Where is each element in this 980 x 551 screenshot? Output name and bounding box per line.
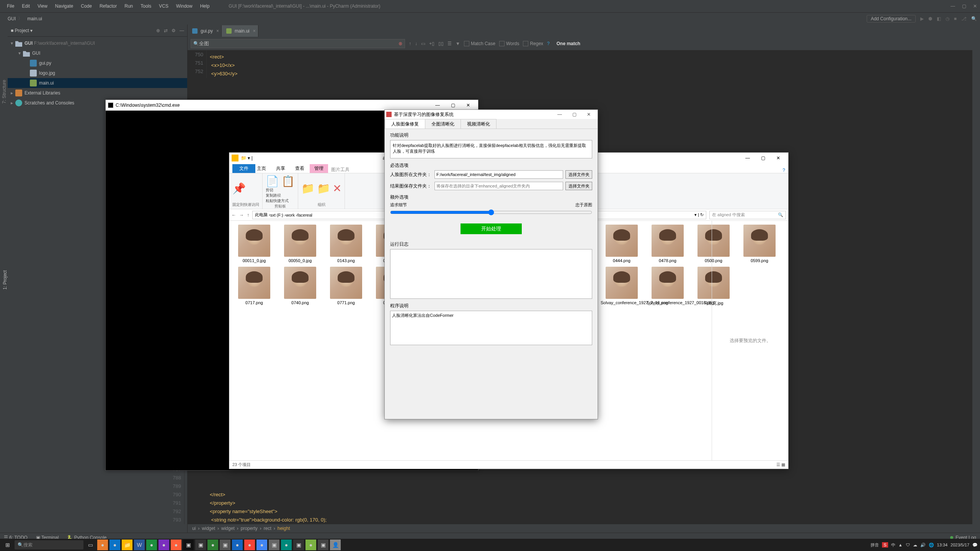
taskbar-app[interactable]: ● [281, 540, 292, 550]
menu-code[interactable]: Code [77, 3, 96, 9]
ribbon-tab-view[interactable]: 查看 [291, 164, 309, 173]
delete-icon[interactable]: ✕ [333, 182, 341, 195]
pin-icon[interactable]: 📌 [232, 182, 246, 195]
output-folder-field[interactable] [434, 182, 563, 190]
file-logo-jpg[interactable]: logo.jpg [8, 68, 187, 78]
next-match-icon[interactable]: ↓ [415, 41, 417, 46]
tray-icon[interactable]: 🔊 [920, 543, 926, 548]
taskbar-app[interactable]: ● [109, 540, 120, 550]
nav-file[interactable]: main.ui [23, 16, 44, 21]
taskbar-app[interactable]: ● [244, 540, 255, 550]
taskbar-app[interactable]: ▣ [183, 540, 194, 550]
taskbar-app[interactable]: ● [305, 540, 316, 550]
start-button[interactable]: ⊞ [2, 540, 13, 550]
collapse-icon[interactable]: ⇄ [164, 28, 168, 33]
file-item[interactable]: 00050_0.jpg [279, 225, 321, 263]
external-libraries[interactable]: ▸External Libraries [8, 88, 187, 98]
cmd-close-icon[interactable]: ✕ [461, 103, 476, 108]
tray-date[interactable]: 2023/5/17 [951, 543, 969, 547]
ime-icon[interactable]: S [882, 542, 888, 548]
file-gui-py[interactable]: gui.py [8, 58, 187, 68]
close-tab-icon[interactable]: × [216, 28, 219, 34]
fidelity-slider[interactable] [390, 209, 592, 215]
taskbar-search[interactable]: 🔍 搜索 [15, 540, 83, 549]
code-editor[interactable]: 750751752 <rect> <x>10</x> <y>630</y> [188, 51, 980, 78]
menu-help[interactable]: Help [196, 3, 214, 9]
run-icon[interactable]: ▶ [920, 16, 924, 21]
copy-icon[interactable]: 📄 [266, 175, 279, 187]
app-minimize-icon[interactable]: — [552, 112, 567, 117]
taskbar-app[interactable]: ● [146, 540, 157, 550]
explorer-search[interactable]: 在 aligned 中搜索🔍 [709, 211, 786, 219]
tray-icon[interactable]: 🛡 [906, 543, 910, 547]
file-item[interactable]: 0771.png [325, 267, 367, 306]
ime-icon[interactable]: 中 [891, 542, 895, 548]
tab-face-restore[interactable]: 人脸图像修复 [385, 119, 425, 129]
stop-icon[interactable]: ■ [954, 16, 957, 21]
notifications-icon[interactable]: 💬 [972, 543, 978, 548]
clear-icon[interactable]: ⊗ [399, 41, 402, 46]
tray-icon[interactable]: 🌐 [929, 543, 934, 548]
menu-refactor[interactable]: Refactor [96, 3, 121, 9]
menu-window[interactable]: Window [172, 3, 196, 9]
prev-match-icon[interactable]: ↑ [409, 41, 411, 46]
structure-tool-button[interactable]: 7: Structure [1, 77, 8, 107]
exp-maximize-icon[interactable]: ▢ [755, 155, 771, 161]
file-item[interactable]: 00011_0.jpg [233, 225, 275, 263]
menu-run[interactable]: Run [121, 3, 137, 9]
menu-file[interactable]: File [3, 3, 18, 9]
profile-icon[interactable]: ◷ [946, 16, 949, 21]
find-input[interactable] [199, 41, 399, 46]
tray-lang[interactable]: 拼音 [871, 542, 879, 548]
project-tree[interactable]: ▾GUI F:\work\facereal\_internal\GUI ▾GUI… [8, 37, 187, 109]
task-view-icon[interactable]: ▭ [85, 540, 96, 550]
taskbar-app[interactable]: ● [171, 540, 181, 550]
file-item[interactable]: 0740.png [279, 267, 321, 306]
app-maximize-icon[interactable]: ▢ [567, 112, 581, 117]
taskbar-app[interactable]: ● [97, 540, 108, 550]
ribbon-help-icon[interactable]: ? [782, 168, 785, 173]
taskbar-app[interactable]: ● [207, 540, 218, 550]
search-icon[interactable]: 🔍 [971, 16, 977, 21]
minimize-icon[interactable]: — [951, 3, 955, 9]
file-item[interactable]: Solvay_conference_1927_0018.png [647, 267, 689, 306]
menu-tools[interactable]: Tools [137, 3, 155, 9]
taskbar-app[interactable]: ▣ [293, 540, 304, 550]
tray-icon[interactable]: ☁ [913, 543, 917, 548]
taskbar-app[interactable]: 📁 [122, 540, 132, 550]
taskbar-app[interactable]: ● [232, 540, 243, 550]
words-checkbox[interactable]: Words [499, 41, 519, 46]
file-item[interactable]: Solvay_conference_1927_2_16.png [601, 267, 643, 306]
file-main-ui[interactable]: main.ui [8, 78, 187, 88]
copyto-icon[interactable]: 📁 [317, 182, 330, 195]
menu-view[interactable]: View [34, 3, 51, 9]
help-icon[interactable]: ? [547, 41, 550, 46]
select-all-icon[interactable]: ▭ [421, 41, 425, 46]
taskbar-app[interactable]: ▣ [195, 540, 206, 550]
locate-icon[interactable]: ⊕ [156, 28, 160, 33]
tab-full-sharpen[interactable]: 全图清晰化 [425, 119, 461, 129]
up-icon[interactable]: ↑ [247, 212, 249, 218]
input-folder-field[interactable] [434, 170, 563, 179]
back-icon[interactable]: ← [232, 212, 236, 218]
add-selection-icon[interactable]: +▯ [429, 41, 434, 46]
favorites-tool-button[interactable]: 2: Favorites [0, 77, 1, 107]
ribbon-tab-share[interactable]: 共享 [271, 164, 290, 173]
tab-main-ui[interactable]: main.ui× [222, 25, 258, 37]
ribbon-tab-manage[interactable]: 管理 [310, 164, 328, 173]
editor-breadcrumb[interactable]: ui› widget› widget› property› rect› heig… [188, 524, 980, 533]
toggle-icon[interactable]: ▯▯ [438, 41, 444, 46]
moveto-icon[interactable]: 📁 [301, 182, 315, 195]
exp-close-icon[interactable]: ✕ [771, 155, 786, 161]
filter-icon[interactable]: ▼ [456, 41, 460, 46]
paste-icon[interactable]: 📋 [281, 175, 295, 187]
regex-checkbox[interactable]: Regex [523, 41, 543, 46]
menu-edit[interactable]: Edit [18, 3, 34, 9]
add-configuration-button[interactable]: Add Configuration... [867, 15, 916, 23]
file-item[interactable]: 0717.png [233, 267, 275, 306]
browse-output-button[interactable]: 选择文件夹 [565, 182, 592, 190]
tab-video-sharpen[interactable]: 视频清晰化 [461, 119, 497, 129]
gear-icon[interactable]: ⚙ [172, 28, 176, 33]
taskbar-app[interactable]: 👤 [330, 540, 341, 550]
file-item[interactable]: 0478.png [647, 225, 689, 263]
